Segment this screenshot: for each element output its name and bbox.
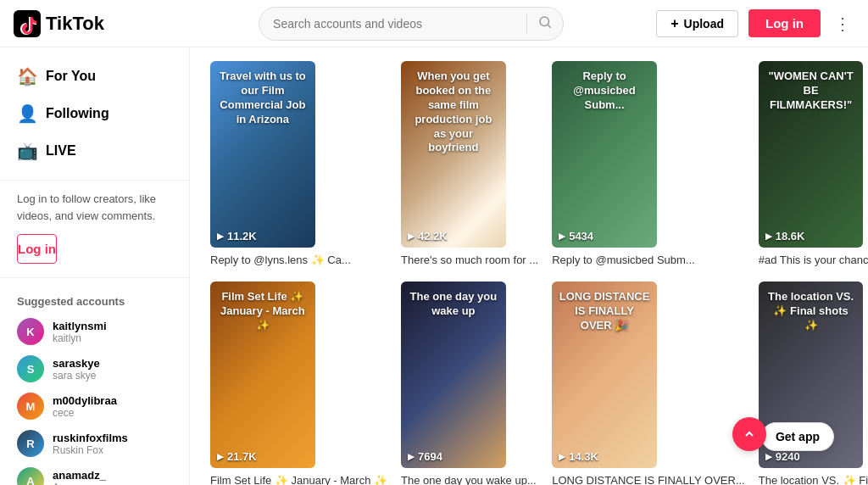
account-info: ruskinfoxfilms Ruskin Fox	[53, 432, 128, 456]
video-thumbnail: The one day you wake up ▶ 7694	[401, 282, 506, 468]
sidebar-item-following[interactable]: 👤 Following	[0, 95, 189, 132]
video-view-count: 18.6K	[776, 230, 805, 242]
sidebar-nav: 🏠 For You 👤 Following 📺 LIVE	[0, 58, 189, 170]
video-view-count: 5434	[569, 230, 593, 242]
account-info: saraskye sara skye	[53, 357, 100, 382]
account-name: ruskinfoxfilms	[53, 432, 128, 444]
account-item-saraskye[interactable]: S saraskye sara skye	[0, 350, 189, 387]
plus-icon: +	[670, 16, 678, 31]
live-icon: 📺	[17, 141, 37, 161]
play-icon: ▶	[217, 452, 224, 461]
logo-text: TikTok	[46, 13, 104, 35]
video-overlay-text: When you get booked on the same film pro…	[401, 61, 506, 248]
video-card[interactable]: Film Set Life ✨ January - March ✨ ▶ 21.7…	[210, 282, 387, 485]
video-caption: Reply to @musicbed Subm...	[552, 253, 745, 268]
video-overlay-text: Travel with us to our Film Commercial Jo…	[210, 61, 315, 248]
search-bar	[259, 7, 564, 41]
account-name: m00dylibraa	[53, 394, 117, 407]
search-button[interactable]	[527, 14, 563, 32]
video-stats: ▶ 18.6K	[765, 230, 805, 242]
arrow-up-icon	[743, 427, 756, 441]
upload-label: Upload	[684, 17, 724, 31]
main-content: Travel with us to our Film Commercial Jo…	[190, 47, 868, 485]
video-thumbnail: LONG DISTANCE IS FINALLY OVER 🎉 ▶ 14.3K	[552, 282, 657, 468]
video-overlay-text: The one day you wake up	[401, 282, 506, 468]
account-item-kaitlynsmi[interactable]: K kaitlynsmi kaitlyn	[0, 313, 189, 350]
video-card[interactable]: LONG DISTANCE IS FINALLY OVER 🎉 ▶ 14.3K …	[552, 282, 745, 485]
video-overlay-text: LONG DISTANCE IS FINALLY OVER 🎉	[552, 282, 657, 468]
account-info: kaitlynsmi kaitlyn	[53, 320, 107, 344]
video-caption: The location VS. ✨ Final shots ✨	[759, 473, 868, 485]
sidebar-item-label: Following	[46, 106, 109, 121]
video-thumbnail: Travel with us to our Film Commercial Jo…	[210, 61, 315, 248]
video-stats: ▶ 14.3K	[559, 450, 598, 463]
search-input[interactable]	[259, 17, 526, 31]
account-handle: Ruskin Fox	[53, 444, 128, 456]
sidebar-item-label: For You	[46, 69, 96, 84]
video-thumbnail: Reply to @musicbed Subm... ▶ 5434	[552, 61, 657, 248]
get-app-button[interactable]: Get app	[761, 422, 834, 451]
video-card[interactable]: The one day you wake up ▶ 7694 The one d…	[401, 282, 538, 485]
tiktok-logo-icon	[14, 10, 41, 37]
video-caption: Film Set Life ✨ January - March ✨	[210, 473, 387, 485]
account-handle: kaitlyn	[53, 332, 107, 344]
account-handle: cece	[53, 407, 117, 419]
sidebar-item-live[interactable]: 📺 LIVE	[0, 132, 189, 170]
more-options-button[interactable]: ⋮	[831, 10, 854, 37]
account-item-m00dylibraa[interactable]: M m00dylibraa cece	[0, 387, 189, 425]
play-icon: ▶	[765, 452, 772, 461]
play-icon: ▶	[765, 231, 772, 241]
video-caption: Reply to @lyns.lens ✨ Ca...	[210, 253, 387, 268]
video-view-count: 42.2K	[418, 230, 448, 242]
sidebar-divider-2	[0, 277, 189, 278]
play-icon: ▶	[408, 452, 415, 461]
avatar: A	[17, 467, 44, 485]
video-view-count: 21.7K	[227, 450, 257, 463]
video-caption: There's so much room for ...	[401, 253, 538, 268]
play-icon: ▶	[408, 231, 415, 241]
video-overlay-text: Reply to @musicbed Subm...	[552, 61, 657, 248]
for-you-icon: 🏠	[17, 66, 37, 86]
login-button[interactable]: Log in	[748, 9, 821, 37]
upload-button[interactable]: + Upload	[656, 10, 738, 37]
video-card[interactable]: When you get booked on the same film pro…	[401, 61, 538, 268]
search-area	[166, 7, 656, 41]
account-handle: sara skye	[53, 370, 100, 382]
video-view-count: 14.3K	[569, 450, 598, 463]
svg-line-2	[548, 25, 551, 27]
video-card[interactable]: The location VS. ✨ Final shots ✨ ▶ 9240 …	[759, 282, 868, 485]
video-card[interactable]: "WOMEN CAN'T BE FILMMAKERS!" ▶ 18.6K #ad…	[759, 61, 868, 268]
video-caption: LONG DISTANCE IS FINALLY OVER...	[552, 473, 745, 485]
play-icon: ▶	[217, 231, 224, 241]
video-caption: The one day you wake up...	[401, 473, 538, 485]
svg-point-1	[540, 17, 549, 26]
video-card[interactable]: Reply to @musicbed Subm... ▶ 5434 Reply …	[552, 61, 745, 268]
header: TikTok + Upload Log in ⋮	[0, 0, 868, 47]
sidebar-divider-1	[0, 180, 189, 181]
following-icon: 👤	[17, 103, 37, 124]
video-stats: ▶ 9240	[765, 450, 800, 463]
sidebar-login-button[interactable]: Log in	[17, 234, 57, 264]
avatar: K	[17, 318, 44, 345]
scroll-to-top-button[interactable]	[732, 417, 766, 451]
account-name: saraskye	[53, 357, 100, 370]
accounts-list: K kaitlynsmi kaitlyn S saraskye sara sky…	[0, 313, 189, 485]
account-item-anamadz_[interactable]: A anamadz_ Ana	[0, 462, 189, 485]
video-overlay-text: "WOMEN CAN'T BE FILMMAKERS!"	[759, 61, 864, 248]
video-stats: ▶ 11.2K	[217, 230, 257, 242]
login-prompt-text: Log in to follow creators, like videos, …	[0, 191, 189, 234]
play-icon: ▶	[559, 452, 565, 461]
account-handle: Ana	[53, 482, 106, 486]
account-name: anamadz_	[53, 469, 106, 482]
video-view-count: 11.2K	[227, 230, 257, 242]
avatar: S	[17, 355, 44, 382]
video-card[interactable]: Travel with us to our Film Commercial Jo…	[210, 61, 387, 268]
account-name: kaitlynsmi	[53, 320, 107, 332]
avatar: R	[17, 430, 44, 457]
video-stats: ▶ 42.2K	[408, 230, 448, 242]
avatar: M	[17, 393, 44, 420]
video-view-count: 9240	[776, 450, 800, 463]
video-stats: ▶ 7694	[408, 450, 442, 463]
account-item-ruskinfoxfilms[interactable]: R ruskinfoxfilms Ruskin Fox	[0, 425, 189, 462]
sidebar-item-for-you[interactable]: 🏠 For You	[0, 58, 189, 95]
